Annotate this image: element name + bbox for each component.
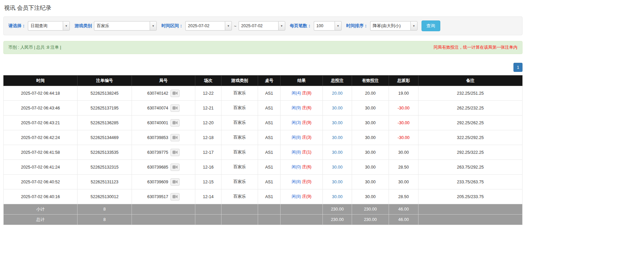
query-type-input[interactable] <box>28 21 63 31</box>
subtotal-label: 小计 <box>4 204 78 215</box>
result-banker: 庄(3) <box>302 135 311 140</box>
cell-time: 2025-07-02 06:41:58 <box>4 145 78 160</box>
total-row: 总计 8 230.00 230.00 46.00 <box>4 215 523 225</box>
result-player: 闲(0) <box>292 165 301 169</box>
result-player: 闲(8) <box>292 194 301 199</box>
cell-bet-id: 522625136285 <box>78 116 132 130</box>
date-to-input[interactable] <box>239 21 278 31</box>
subtotal-count: 8 <box>78 204 132 215</box>
col-header-payout: 总派彩 <box>389 76 418 86</box>
total-bet-link[interactable]: 30.00 <box>332 165 342 170</box>
cell-round: 630739775 <box>132 145 195 160</box>
cell-remark: 262.25/232.25 <box>418 101 523 116</box>
cell-table: AS1 <box>258 101 281 116</box>
cell-game-type: 百家乐 <box>221 160 258 175</box>
cell-valid-bet: 20.00 <box>352 86 389 101</box>
video-replay-icon[interactable] <box>170 164 180 171</box>
subtotal-valid-bet: 230.00 <box>352 204 389 215</box>
video-replay-icon[interactable] <box>170 90 180 97</box>
cell-remark: 292.25/262.25 <box>418 116 523 130</box>
cell-table: AS1 <box>258 116 281 130</box>
chevron-down-icon[interactable]: ▼ <box>225 21 232 31</box>
result-banker: 庄(9) <box>302 194 311 199</box>
cell-round: 630739517 <box>132 189 195 204</box>
date-from-combo: ▼ <box>185 21 232 31</box>
cell-total-bet: 30.00 <box>323 116 352 130</box>
cell-round: 630740001 <box>132 116 195 130</box>
col-header-round: 局号 <box>132 76 195 86</box>
round-id: 630740001 <box>147 121 168 125</box>
video-replay-icon[interactable] <box>170 134 180 141</box>
time-sort-label: 时间排序： <box>346 23 368 29</box>
result-banker: 庄(6) <box>302 165 311 169</box>
cell-time: 2025-07-02 06:43:46 <box>4 101 78 116</box>
cell-payout: 28.50 <box>389 189 418 204</box>
cell-round: 630739685 <box>132 160 195 175</box>
total-bet-link[interactable]: 30.00 <box>332 121 342 125</box>
total-bet-link[interactable]: 30.00 <box>332 194 342 199</box>
page-size-input[interactable] <box>314 21 335 31</box>
valid-bet-note: 同局有效投注，统一计算在该局第一张注单内 <box>434 45 517 50</box>
search-button[interactable]: 查询 <box>422 20 440 31</box>
cell-round: 630739853 <box>132 130 195 145</box>
round-id: 630740074 <box>147 106 168 110</box>
cell-bet-id: 522625130012 <box>78 189 132 204</box>
time-sort-input[interactable] <box>370 21 410 31</box>
chevron-down-icon[interactable]: ▼ <box>150 21 157 31</box>
cell-valid-bet: 30.00 <box>352 116 389 130</box>
cell-game-type: 百家乐 <box>221 116 258 130</box>
cell-payout: -30.00 <box>389 116 418 130</box>
total-bet-link[interactable]: 30.00 <box>332 150 342 155</box>
cell-session: 12-14 <box>195 189 221 204</box>
cell-remark: 292.25/322.25 <box>418 145 523 160</box>
col-header-remark: 备注 <box>418 76 523 86</box>
table-row: 2025-07-02 06:40:52 522625131123 6307396… <box>4 175 523 189</box>
total-bet-link[interactable]: 20.00 <box>332 91 342 96</box>
cell-bet-id: 522625134469 <box>78 130 132 145</box>
page-title: 视讯 会员下注纪录 <box>4 4 523 12</box>
total-bet-link[interactable]: 30.00 <box>332 180 342 184</box>
cell-game-type: 百家乐 <box>221 175 258 189</box>
chevron-down-icon[interactable]: ▼ <box>278 21 285 31</box>
summary-bar: 币别 : 人民币 | 总共 :8 注单 | 同局有效投注，统一计算在该局第一张注… <box>3 41 523 54</box>
cell-remark: 233.75/263.75 <box>418 175 523 189</box>
table-row: 2025-07-02 06:41:58 522625133535 6307397… <box>4 145 523 160</box>
round-id: 630739853 <box>147 135 168 140</box>
total-bet-link[interactable]: 30.00 <box>332 106 342 110</box>
cell-session: 12-20 <box>195 116 221 130</box>
cell-time: 2025-07-02 06:40:16 <box>4 189 78 204</box>
video-replay-icon[interactable] <box>170 119 180 127</box>
video-replay-icon[interactable] <box>170 149 180 156</box>
cell-game-type: 百家乐 <box>221 101 258 116</box>
cell-game-type: 百家乐 <box>221 86 258 101</box>
total-total-bet: 230.00 <box>323 215 352 225</box>
cell-result: 闲(8) 庄(9) <box>281 189 323 204</box>
col-header-result: 结果 <box>281 76 323 86</box>
pagination: 1 <box>3 63 523 72</box>
cell-table: AS1 <box>258 130 281 145</box>
cell-game-type: 百家乐 <box>221 145 258 160</box>
chevron-down-icon[interactable]: ▼ <box>63 21 70 31</box>
result-player: 闲(8) <box>292 150 301 154</box>
chevron-down-icon[interactable]: ▼ <box>410 21 417 31</box>
cell-bet-id: 522625138245 <box>78 86 132 101</box>
video-replay-icon[interactable] <box>170 178 180 186</box>
total-bet-link[interactable]: 30.00 <box>332 135 342 140</box>
col-header-session: 场次 <box>195 76 221 86</box>
cell-round: 630740074 <box>132 101 195 116</box>
cell-bet-id: 522625132315 <box>78 160 132 175</box>
cell-result: 闲(4) 庄(8) <box>281 86 323 101</box>
cell-table: AS1 <box>258 86 281 101</box>
video-replay-icon[interactable] <box>170 104 180 112</box>
chevron-down-icon[interactable]: ▼ <box>335 21 342 31</box>
cell-table: AS1 <box>258 160 281 175</box>
date-from-input[interactable] <box>185 21 225 31</box>
cell-table: AS1 <box>258 175 281 189</box>
game-type-input[interactable] <box>94 21 150 31</box>
page-number-button[interactable]: 1 <box>513 63 523 72</box>
subtotal-row: 小计 8 230.00 230.00 46.00 <box>4 204 523 215</box>
query-type-label: 请选择： <box>8 23 26 29</box>
video-replay-icon[interactable] <box>170 193 180 200</box>
cell-payout: 30.00 <box>389 145 418 160</box>
cell-time: 2025-07-02 06:43:21 <box>4 116 78 130</box>
